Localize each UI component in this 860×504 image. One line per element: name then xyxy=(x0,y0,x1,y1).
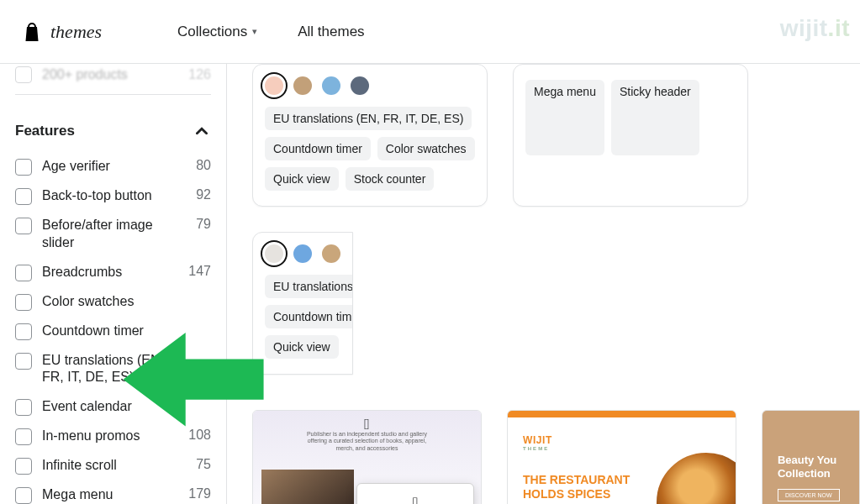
filter-label: Color swatches xyxy=(42,293,172,311)
filter-row[interactable]: In-menu promos108 xyxy=(15,422,211,451)
color-swatch[interactable] xyxy=(265,76,283,95)
filter-row[interactable]: Before/after image slider79 xyxy=(15,211,211,258)
filter-count: 147 xyxy=(182,264,211,279)
theme-thumbnail[interactable]: WIJITT H E M E THE RESTAURANT HOLDS SPIC… xyxy=(507,410,736,504)
filter-row[interactable]: Back-to-top button92 xyxy=(15,181,211,211)
feature-tag: Quick view xyxy=(265,167,339,191)
tag-list: EU translationsCountdown timerQuick view xyxy=(265,275,340,359)
checkbox[interactable] xyxy=(15,353,32,370)
filter-count: 92 xyxy=(182,187,211,202)
filter-label: In-menu promos xyxy=(42,428,172,445)
filter-label: Event calendar xyxy=(42,398,172,416)
filter-row[interactable]: Infinite scroll75 xyxy=(15,451,211,480)
thumb-headline: THE RESTAURANT HOLDS SPICES xyxy=(523,473,649,501)
checkbox[interactable] xyxy=(15,294,32,311)
filter-row[interactable]: Event calendar xyxy=(15,392,211,422)
filters-sidebar: 200+ products 126 Features Age verifier8… xyxy=(0,64,227,504)
feature-tag: Stock counter xyxy=(346,167,435,191)
filter-group-label: Features xyxy=(15,123,75,139)
filter-count: 79 xyxy=(182,217,211,232)
thumb-headline: Publisher is an independent studio and g… xyxy=(299,431,434,452)
results-grid: EU translations (EN, FR, IT, DE, ES)Coun… xyxy=(227,64,860,504)
main-nav: Collections ▾ All themes xyxy=(177,24,365,40)
filter-count: 179 xyxy=(182,486,211,501)
filter-row[interactable]: Breadcrumbs147 xyxy=(15,258,211,287)
checkbox[interactable] xyxy=(15,188,32,205)
color-swatch[interactable] xyxy=(293,244,312,263)
checkbox[interactable] xyxy=(15,159,32,176)
checkbox[interactable] xyxy=(15,66,32,83)
thumb-mobile-overlay: 𖦹 Publisher is an independent studio and… xyxy=(356,483,474,504)
color-swatch[interactable] xyxy=(265,244,283,263)
feature-tag: EU translations xyxy=(265,275,353,298)
filter-row-truncated[interactable]: 200+ products 126 xyxy=(15,64,211,86)
nav-all-themes-label: All themes xyxy=(298,24,364,40)
tag-list: Mega menuSticky header xyxy=(525,80,736,155)
filter-count: 75 xyxy=(182,457,211,472)
thumb-brand-text: WIJITT H E M E xyxy=(523,434,720,451)
filter-row[interactable]: Age verifier80 xyxy=(15,152,211,181)
tag-list: EU translations (EN, FR, IT, DE, ES)Coun… xyxy=(265,107,475,191)
shopify-bag-icon xyxy=(22,21,42,43)
theme-card[interactable]: EU translations (EN, FR, IT, DE, ES)Coun… xyxy=(252,64,488,207)
checkbox[interactable] xyxy=(15,399,32,416)
nav-all-themes[interactable]: All themes xyxy=(298,24,364,40)
feature-tag: Color swatches xyxy=(377,137,475,160)
feature-tag: Countdown timer xyxy=(265,305,353,328)
filter-label: Back-to-top button xyxy=(42,187,172,205)
filter-label: Countdown timer xyxy=(42,323,172,340)
color-swatch[interactable] xyxy=(351,76,369,95)
theme-thumbnail[interactable]: 𖦹 Publisher is an independent studio and… xyxy=(252,410,482,504)
feature-tag: Sticky header xyxy=(611,80,699,155)
checkbox[interactable] xyxy=(15,265,32,281)
filter-row[interactable]: Countdown timer xyxy=(15,317,211,346)
filter-label: Breadcrumbs xyxy=(42,264,172,281)
filter-label: 200+ products xyxy=(42,67,178,82)
filter-row[interactable]: EU translations (EN, FR, IT, DE, ES) xyxy=(15,346,211,393)
thumb-image xyxy=(652,448,736,504)
color-swatch[interactable] xyxy=(293,76,312,95)
brand-logo[interactable]: themes xyxy=(22,21,102,43)
chevron-up-icon[interactable] xyxy=(193,122,211,140)
brand-name: themes xyxy=(50,21,102,43)
filter-count: 80 xyxy=(182,158,211,173)
checkbox[interactable] xyxy=(15,487,32,504)
filter-count: 108 xyxy=(182,428,211,443)
color-swatch[interactable] xyxy=(322,244,340,263)
thumb-cta-button: DISCOVER NOW xyxy=(778,489,840,501)
filter-label: EU translations (EN, FR, IT, DE, ES) xyxy=(42,352,172,387)
filter-list: Age verifier80Back-to-top button92Before… xyxy=(15,152,211,504)
filter-label: Mega menu xyxy=(42,486,172,504)
site-header: themes Collections ▾ All themes xyxy=(0,0,860,64)
checkbox[interactable] xyxy=(15,218,32,234)
thumb-image xyxy=(261,470,354,504)
theme-card[interactable]: Mega menuSticky header xyxy=(513,64,748,207)
swatch-row xyxy=(265,244,340,263)
thumb-headline: Beauty You Collection xyxy=(778,454,852,480)
swatch-row xyxy=(265,76,475,95)
filter-label: Infinite scroll xyxy=(42,457,172,475)
spiral-icon: 𖦹 xyxy=(367,494,463,504)
checkbox[interactable] xyxy=(15,323,32,340)
feature-tag: Mega menu xyxy=(525,80,604,155)
divider xyxy=(15,94,211,95)
nav-collections-label: Collections xyxy=(177,24,247,40)
filter-label: Before/after image slider xyxy=(42,217,172,252)
feature-tag: Quick view xyxy=(265,335,339,359)
theme-thumbnail[interactable]: Beauty You Collection DISCOVER NOW Tru F… xyxy=(762,410,860,504)
feature-tag: Countdown timer xyxy=(265,137,371,160)
feature-tag: EU translations (EN, FR, IT, DE, ES) xyxy=(265,107,472,130)
theme-card[interactable]: EU translationsCountdown timerQuick view xyxy=(252,232,353,375)
filter-count: 126 xyxy=(188,67,211,82)
chevron-down-icon: ▾ xyxy=(252,26,257,37)
checkbox[interactable] xyxy=(15,428,32,445)
checkbox[interactable] xyxy=(15,458,32,475)
color-swatch[interactable] xyxy=(322,76,340,95)
filter-row[interactable]: Mega menu179 xyxy=(15,480,211,504)
filter-label: Age verifier xyxy=(42,158,172,176)
filter-row[interactable]: Color swatches xyxy=(15,287,211,317)
filter-group-heading[interactable]: Features xyxy=(15,122,211,140)
nav-collections[interactable]: Collections ▾ xyxy=(177,24,257,40)
